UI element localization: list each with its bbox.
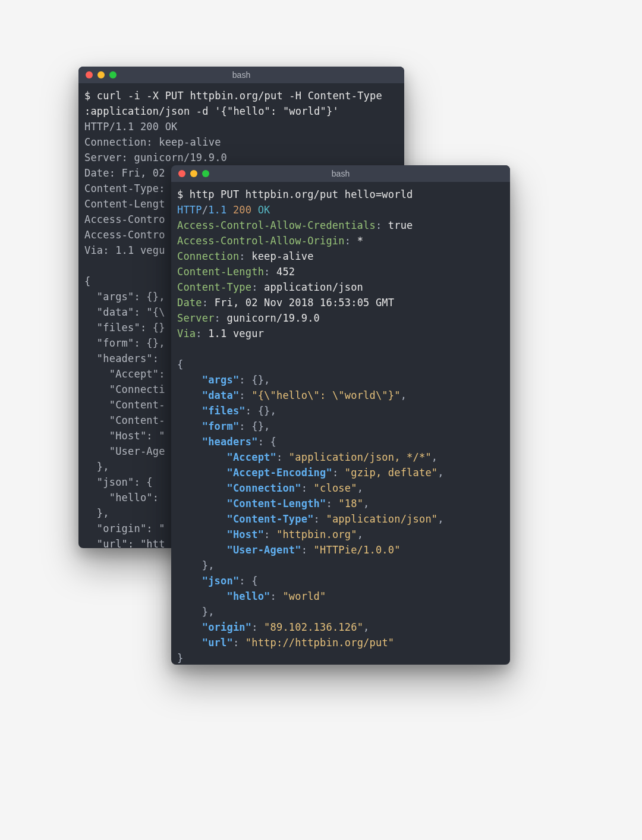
terminal-span: "url" xyxy=(202,637,233,649)
terminal-span: : xyxy=(202,297,215,309)
terminal-span: "json" xyxy=(202,575,240,587)
terminal-span: : {}, xyxy=(239,420,270,432)
terminal-line: "headers": { xyxy=(177,434,504,449)
terminal-span: "Content- xyxy=(84,414,165,426)
terminal-span: , xyxy=(357,482,363,494)
terminal-span: , xyxy=(363,498,369,509)
terminal-line: Access-Control-Allow-Origin: * xyxy=(177,233,504,248)
terminal-span: true xyxy=(388,219,413,231)
terminal-line: "json": { xyxy=(177,573,504,589)
terminal-span: "Connecti xyxy=(84,383,165,395)
terminal-span: : xyxy=(332,467,345,479)
terminal-span: 1.1 xyxy=(208,204,233,216)
terminal-span: , xyxy=(401,389,407,401)
terminal-line: "form": {}, xyxy=(177,419,504,434)
terminal-span: { xyxy=(177,358,183,370)
terminal-span: Via xyxy=(177,328,196,339)
terminal-line: Content-Length: 452 xyxy=(177,264,504,279)
terminal-line: Content-Type: application/json xyxy=(177,279,504,295)
terminal-span: "{\"hello\": \"world\"}" xyxy=(251,389,400,401)
terminal-span xyxy=(177,389,202,401)
terminal-line: "Accept": "application/json, */*", xyxy=(177,449,504,465)
window-title-front: bash xyxy=(171,169,510,178)
terminal-span: $ http PUT httpbin.org/put hello=world xyxy=(177,188,413,200)
terminal-span: : xyxy=(251,281,264,293)
terminal-line: "files": {}, xyxy=(177,403,504,419)
terminal-line: HTTP/1.1 200 OK xyxy=(177,202,504,218)
terminal-span: Access-Contro xyxy=(84,213,165,225)
terminal-span: / xyxy=(202,204,208,216)
terminal-span: HTTP xyxy=(177,204,202,216)
terminal-span: "form" xyxy=(202,420,240,432)
terminal-span: : {}, xyxy=(246,405,276,417)
terminal-span: : xyxy=(215,312,227,324)
terminal-line xyxy=(177,341,504,357)
terminal-span: Access-Control-Allow-Credentials xyxy=(177,219,376,231)
terminal-span: : xyxy=(326,498,338,509)
terminal-span: "hello" xyxy=(226,590,270,602)
terminal-span: "args" xyxy=(202,374,240,386)
terminal-span: "Connection" xyxy=(226,482,301,494)
terminal-line: { xyxy=(177,357,504,372)
terminal-span: "files": {} xyxy=(84,322,165,334)
terminal-span: }, xyxy=(84,461,109,473)
terminal-span: : xyxy=(239,250,251,262)
terminal-span xyxy=(177,528,226,540)
terminal-span: : xyxy=(376,219,388,231)
terminal-span: "form": {}, xyxy=(84,337,165,349)
terminal-span: Content-Lengt xyxy=(84,198,165,210)
terminal-span: "Content-Length" xyxy=(226,498,326,509)
terminal-span: "Host": " xyxy=(84,430,165,442)
terminal-span: "Accept" xyxy=(226,451,276,463)
terminal-span: , xyxy=(363,621,369,633)
terminal-span: Fri, 02 Nov 2018 16:53:05 GMT xyxy=(215,297,395,309)
terminal-window-front[interactable]: bash $ http PUT httpbin.org/put hello=wo… xyxy=(171,165,510,665)
terminal-span xyxy=(177,621,202,633)
window-title-back: bash xyxy=(78,70,404,80)
terminal-span: 1.1 vegur xyxy=(208,328,264,339)
terminal-span: Access-Contro xyxy=(84,229,165,241)
terminal-line: "args": {}, xyxy=(177,372,504,388)
terminal-span xyxy=(177,575,202,587)
terminal-span: "89.102.136.126" xyxy=(264,621,363,633)
terminal-span xyxy=(177,420,202,432)
terminal-span: "data" xyxy=(202,389,240,401)
terminal-line: Server: gunicorn/19.9.0 xyxy=(177,310,504,326)
terminal-span: "url": "htt xyxy=(84,538,165,548)
titlebar-back[interactable]: bash xyxy=(78,67,404,83)
terminal-span: : xyxy=(270,590,283,602)
terminal-span: gunicorn/19.9.0 xyxy=(226,312,320,324)
terminal-line: :application/json -d '{"hello": "world"}… xyxy=(84,103,398,119)
terminal-span: , xyxy=(438,467,443,479)
terminal-span: : xyxy=(301,482,314,494)
terminal-line: "Host": "httpbin.org", xyxy=(177,527,504,542)
terminal-span: : { xyxy=(258,436,276,448)
terminal-span: Content-Type: xyxy=(84,183,171,194)
terminal-span: "close" xyxy=(314,482,357,494)
terminal-span: : xyxy=(301,544,314,556)
terminal-span: "User-Age xyxy=(84,445,165,457)
terminal-span: "Host" xyxy=(226,528,264,540)
titlebar-front[interactable]: bash xyxy=(171,165,510,182)
terminal-span xyxy=(177,544,226,556)
terminal-output-front[interactable]: $ http PUT httpbin.org/put hello=worldHT… xyxy=(171,182,510,665)
terminal-span: Via: 1.1 vegu xyxy=(84,244,165,256)
terminal-span: application/json xyxy=(264,281,363,293)
terminal-span: : xyxy=(345,235,357,247)
terminal-span: : xyxy=(251,621,264,633)
terminal-line: Date: Fri, 02 Nov 2018 16:53:05 GMT xyxy=(177,295,504,310)
terminal-line: Connection: keep-alive xyxy=(177,248,504,264)
terminal-span: "application/json, */*" xyxy=(289,451,432,463)
terminal-span: : { xyxy=(239,575,257,587)
terminal-span xyxy=(177,637,202,649)
terminal-span: { xyxy=(84,275,90,287)
terminal-span: , xyxy=(432,451,438,463)
terminal-span xyxy=(177,590,226,602)
terminal-span: }, xyxy=(177,559,215,571)
terminal-span: Date: Fri, 02 xyxy=(84,167,171,179)
terminal-span: } xyxy=(177,652,183,664)
terminal-span: "User-Agent" xyxy=(226,544,301,556)
terminal-span: "json": { xyxy=(84,476,153,488)
terminal-span: }, xyxy=(84,507,109,519)
terminal-span: : xyxy=(264,528,276,540)
